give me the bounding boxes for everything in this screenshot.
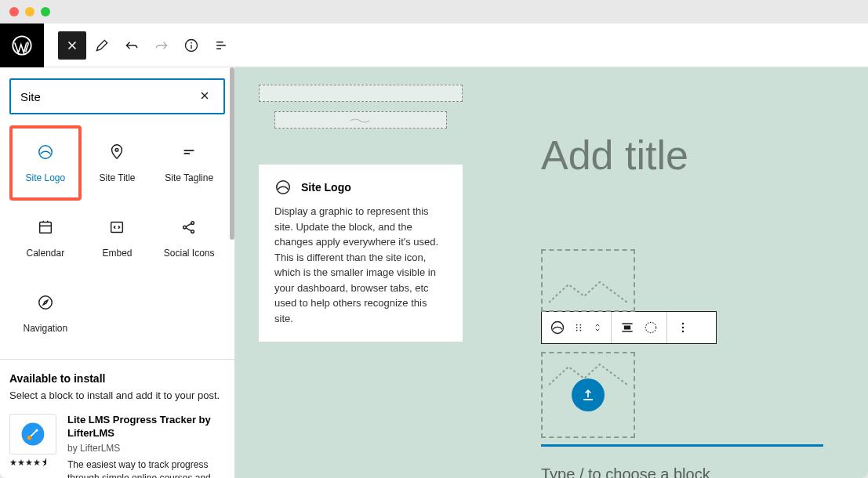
block-label: Navigation bbox=[23, 323, 67, 334]
edit-button[interactable] bbox=[88, 31, 116, 60]
available-to-install-section: Available to install Select a block to i… bbox=[0, 359, 234, 478]
embed-icon bbox=[107, 218, 126, 237]
install-title: Available to install bbox=[9, 372, 225, 385]
block-social-icons[interactable]: Social Icons bbox=[153, 201, 225, 276]
undo-icon bbox=[124, 38, 140, 53]
block-label: Embed bbox=[102, 248, 132, 259]
move-icon bbox=[592, 320, 603, 335]
block-label: Calendar bbox=[26, 248, 64, 259]
placeholder-block[interactable] bbox=[259, 85, 463, 102]
block-navigation[interactable]: Navigation bbox=[9, 276, 82, 351]
wordpress-logo[interactable] bbox=[0, 24, 44, 67]
drag-icon bbox=[573, 322, 584, 333]
svg-point-12 bbox=[27, 436, 31, 440]
wave-icon bbox=[349, 116, 372, 124]
site-logo-icon bbox=[274, 179, 292, 196]
block-label: Site Title bbox=[99, 172, 135, 183]
redo-icon bbox=[154, 38, 169, 53]
insertion-point bbox=[541, 444, 823, 447]
svg-point-2 bbox=[191, 42, 192, 43]
svg-point-10 bbox=[39, 296, 53, 310]
block-toolbar bbox=[541, 311, 717, 344]
block-site-logo[interactable]: Site Logo bbox=[9, 125, 82, 201]
maximize-window-button[interactable] bbox=[41, 7, 50, 16]
block-grid: Site Logo Site Title Site Tagline bbox=[0, 125, 234, 351]
clear-search-button[interactable] bbox=[195, 86, 214, 107]
plugin-name: Lite LMS Progress Tracker by LifterLMS bbox=[67, 414, 225, 440]
mountain-icon bbox=[549, 281, 627, 304]
svg-point-8 bbox=[191, 222, 194, 225]
info-icon bbox=[183, 38, 199, 53]
slash-prompt[interactable]: Type / to choose a block bbox=[541, 465, 844, 478]
info-card-body: Display a graphic to represent this site… bbox=[274, 204, 447, 326]
placeholder-block[interactable] bbox=[274, 111, 447, 129]
close-inserter-button[interactable] bbox=[58, 31, 86, 60]
site-logo-icon bbox=[36, 143, 55, 161]
align-icon bbox=[619, 320, 635, 335]
info-card-title: Site Logo bbox=[301, 181, 351, 194]
align-button[interactable] bbox=[612, 312, 667, 343]
svg-rect-5 bbox=[39, 223, 51, 234]
svg-point-15 bbox=[576, 324, 578, 326]
svg-rect-21 bbox=[624, 326, 630, 330]
svg-point-22 bbox=[645, 322, 656, 332]
more-vertical-icon bbox=[675, 320, 691, 335]
block-type-button[interactable] bbox=[542, 312, 612, 343]
post-title-input[interactable]: Add title bbox=[541, 132, 844, 179]
svg-point-19 bbox=[576, 330, 578, 331]
dashed-circle-icon bbox=[643, 320, 659, 335]
block-inserter-panel: Site Logo Site Title Site Tagline bbox=[0, 67, 235, 478]
undo-button[interactable] bbox=[118, 31, 146, 60]
calendar-icon bbox=[36, 218, 55, 237]
block-description-card: Site Logo Display a graphic to represent… bbox=[259, 165, 463, 342]
svg-point-9 bbox=[191, 230, 194, 234]
svg-point-7 bbox=[183, 226, 187, 229]
block-embed[interactable]: Embed bbox=[82, 201, 154, 276]
window-titlebar bbox=[0, 0, 868, 24]
site-logo-upload-area[interactable] bbox=[541, 352, 635, 438]
close-window-button[interactable] bbox=[9, 7, 19, 16]
svg-point-20 bbox=[579, 330, 581, 331]
svg-point-25 bbox=[682, 331, 685, 333]
pencil-icon bbox=[94, 38, 110, 53]
editor-toolbar bbox=[0, 24, 868, 67]
map-pin-icon bbox=[107, 143, 126, 161]
more-options-button[interactable] bbox=[667, 312, 699, 343]
upload-icon bbox=[580, 387, 596, 403]
block-label: Site Tagline bbox=[165, 172, 213, 183]
wordpress-icon bbox=[11, 34, 33, 56]
editor-canvas: Site Logo Display a graphic to represent… bbox=[235, 67, 868, 478]
site-logo-icon bbox=[550, 320, 565, 335]
compass-icon bbox=[36, 293, 55, 312]
mountain-icon bbox=[549, 363, 627, 386]
close-icon bbox=[198, 89, 211, 102]
minimize-window-button[interactable] bbox=[25, 7, 35, 16]
plugin-author: by LifterLMS bbox=[67, 443, 225, 454]
svg-point-17 bbox=[576, 327, 578, 328]
svg-point-18 bbox=[579, 327, 581, 328]
svg-point-4 bbox=[116, 148, 119, 151]
block-label: Social Icons bbox=[164, 248, 215, 259]
block-label: Site Logo bbox=[25, 172, 65, 183]
plugin-card[interactable]: ★★★★⯨ Lite LMS Progress Tracker by Lifte… bbox=[9, 414, 225, 478]
block-calendar[interactable]: Calendar bbox=[9, 201, 82, 276]
info-button[interactable] bbox=[177, 31, 205, 60]
plugin-icon bbox=[9, 414, 56, 454]
share-icon bbox=[180, 218, 198, 237]
block-site-title[interactable]: Site Title bbox=[82, 125, 154, 201]
svg-point-23 bbox=[682, 323, 685, 325]
redo-button[interactable] bbox=[147, 31, 176, 60]
svg-point-24 bbox=[682, 327, 685, 329]
tagline-icon bbox=[180, 143, 198, 161]
install-subtitle: Select a block to install and add it to … bbox=[9, 389, 225, 401]
list-view-button[interactable] bbox=[207, 31, 235, 60]
close-icon bbox=[65, 38, 79, 53]
svg-point-16 bbox=[579, 324, 581, 326]
block-site-tagline[interactable]: Site Tagline bbox=[153, 125, 225, 201]
search-box bbox=[9, 78, 225, 114]
image-placeholder[interactable] bbox=[541, 249, 635, 312]
plugin-rating: ★★★★⯨ bbox=[9, 458, 58, 468]
search-input[interactable] bbox=[20, 90, 195, 103]
list-icon bbox=[213, 38, 229, 53]
plugin-description: The easiest way to track progress throug… bbox=[67, 458, 225, 478]
